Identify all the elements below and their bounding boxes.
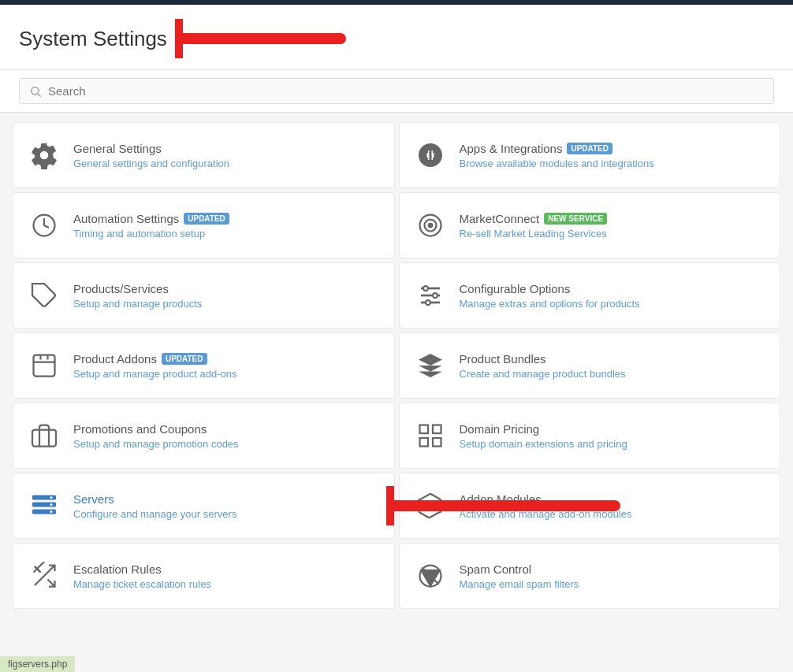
servers-icon (26, 488, 62, 524)
grid-item-products-services[interactable]: Products/Services Setup and manage produ… (13, 262, 395, 329)
domain-pricing-desc: Setup domain extensions and pricing (460, 438, 627, 450)
domain-pricing-icon (412, 418, 449, 454)
svg-point-24 (50, 496, 53, 499)
general-settings-icon (26, 137, 62, 173)
svg-point-12 (423, 286, 428, 291)
product-bundles-title: Product Bundles (460, 352, 626, 366)
addon-modules-title: Addon Modules (460, 492, 632, 506)
escalation-rules-title: Escalation Rules (73, 562, 211, 576)
servers-text: Servers Configure and manage your server… (73, 492, 382, 520)
servers-desc: Configure and manage your servers (73, 508, 382, 520)
search-bar (0, 70, 793, 113)
servers-title: Servers (73, 492, 382, 506)
svg-point-14 (426, 300, 430, 305)
grid-item-configurable-options[interactable]: Configurable Options Manage extras and o… (399, 262, 781, 329)
svg-line-3 (38, 94, 41, 97)
apps-integrations-desc: Browse available modules and integration… (460, 158, 654, 169)
grid-item-promotions-coupons[interactable]: Promotions and Coupons Setup and manage … (13, 403, 395, 469)
addon-modules-text: Addon Modules Activate and manage add-on… (460, 492, 632, 520)
svg-rect-15 (34, 355, 55, 377)
grid-item-marketconnect[interactable]: MarketConnect NEW SERVICE Re-sell Market… (399, 192, 781, 258)
promotions-coupons-text: Promotions and Coupons Setup and manage … (73, 422, 239, 450)
product-addons-desc: Setup and manage product add-ons (73, 368, 236, 380)
search-icon (29, 85, 42, 98)
automation-settings-text: Automation Settings UPDATED Timing and a… (73, 212, 229, 239)
automation-settings-icon (26, 207, 62, 243)
svg-point-26 (50, 510, 53, 513)
automation-settings-title: Automation Settings UPDATED (73, 212, 229, 225)
marketconnect-text: MarketConnect NEW SERVICE Re-sell Market… (460, 212, 608, 239)
svg-rect-16 (32, 430, 56, 447)
products-services-desc: Setup and manage products (73, 298, 202, 310)
header-arrow-icon (175, 19, 348, 58)
search-input[interactable] (48, 84, 764, 98)
automation-settings-badge: UPDATED (184, 213, 229, 225)
product-bundles-icon (412, 347, 449, 384)
page-header: System Settings (0, 5, 793, 70)
svg-rect-19 (419, 438, 428, 447)
grid-item-addon-modules[interactable]: Addon Modules Activate and manage add-on… (399, 473, 781, 539)
addon-modules-desc: Activate and manage add-on modules (460, 508, 632, 520)
addon-modules-icon (412, 488, 449, 524)
svg-rect-20 (433, 438, 441, 447)
grid-item-domain-pricing[interactable]: Domain Pricing Setup domain extensions a… (399, 403, 781, 469)
product-bundles-desc: Create and manage product bundles (460, 368, 626, 380)
svg-point-13 (433, 293, 437, 298)
svg-rect-18 (433, 425, 441, 434)
spam-control-desc: Manage email spam filters (460, 578, 579, 590)
promotions-coupons-title: Promotions and Coupons (73, 422, 239, 436)
marketconnect-icon (412, 207, 449, 243)
svg-point-25 (50, 503, 53, 506)
configurable-options-desc: Manage extras and options for products (460, 298, 640, 310)
product-addons-icon (26, 347, 62, 384)
svg-rect-17 (419, 425, 428, 434)
grid-item-spam-control[interactable]: Spam Control Manage email spam filters (399, 543, 781, 609)
grid-item-apps-integrations[interactable]: Apps & Integrations UPDATED Browse avail… (399, 122, 781, 188)
svg-point-7 (428, 224, 432, 228)
settings-grid: General Settings General settings and co… (0, 113, 793, 618)
automation-settings-desc: Timing and automation setup (73, 228, 229, 239)
grid-item-automation-settings[interactable]: Automation Settings UPDATED Timing and a… (13, 192, 395, 258)
escalation-rules-icon (26, 558, 62, 594)
grid-item-servers[interactable]: Servers Configure and manage your server… (13, 473, 395, 539)
products-services-text: Products/Services Setup and manage produ… (73, 282, 202, 310)
grid-item-escalation-rules[interactable]: Escalation Rules Manage ticket escalatio… (13, 543, 395, 609)
spam-control-text: Spam Control Manage email spam filters (460, 562, 579, 590)
configurable-options-text: Configurable Options Manage extras and o… (460, 282, 640, 310)
general-settings-title: General Settings (73, 142, 229, 155)
product-addons-text: Product Addons UPDATED Setup and manage … (73, 352, 236, 380)
svg-point-2 (32, 87, 39, 94)
marketconnect-desc: Re-sell Market Leading Services (460, 228, 608, 239)
product-addons-badge: UPDATED (162, 353, 207, 365)
promotions-coupons-icon (26, 418, 62, 454)
marketconnect-title: MarketConnect NEW SERVICE (460, 212, 608, 225)
escalation-rules-desc: Manage ticket escalation rules (73, 578, 211, 590)
spam-control-icon (412, 558, 449, 594)
grid-item-general-settings[interactable]: General Settings General settings and co… (13, 122, 395, 188)
page-title: System Settings (19, 27, 167, 51)
domain-pricing-text: Domain Pricing Setup domain extensions a… (460, 422, 627, 450)
apps-integrations-badge: UPDATED (567, 143, 612, 154)
search-input-wrap[interactable] (19, 78, 774, 104)
configurable-options-title: Configurable Options (460, 282, 640, 295)
configurable-options-icon (412, 277, 449, 314)
products-services-title: Products/Services (73, 282, 202, 295)
apps-integrations-text: Apps & Integrations UPDATED Browse avail… (460, 142, 654, 169)
promotions-coupons-desc: Setup and manage promotion codes (73, 438, 239, 450)
apps-integrations-icon (412, 137, 449, 173)
general-settings-desc: General settings and configuration (73, 158, 229, 169)
domain-pricing-title: Domain Pricing (460, 422, 627, 436)
marketconnect-badge: NEW SERVICE (544, 213, 607, 225)
product-bundles-text: Product Bundles Create and manage produc… (460, 352, 626, 380)
product-addons-title: Product Addons UPDATED (73, 352, 236, 366)
general-settings-text: General Settings General settings and co… (73, 142, 229, 169)
grid-item-product-addons[interactable]: Product Addons UPDATED Setup and manage … (13, 332, 395, 399)
products-services-icon (26, 277, 62, 314)
spam-control-title: Spam Control (460, 562, 579, 576)
grid-item-product-bundles[interactable]: Product Bundles Create and manage produc… (399, 332, 781, 399)
apps-integrations-title: Apps & Integrations UPDATED (460, 142, 654, 155)
escalation-rules-text: Escalation Rules Manage ticket escalatio… (73, 562, 211, 590)
